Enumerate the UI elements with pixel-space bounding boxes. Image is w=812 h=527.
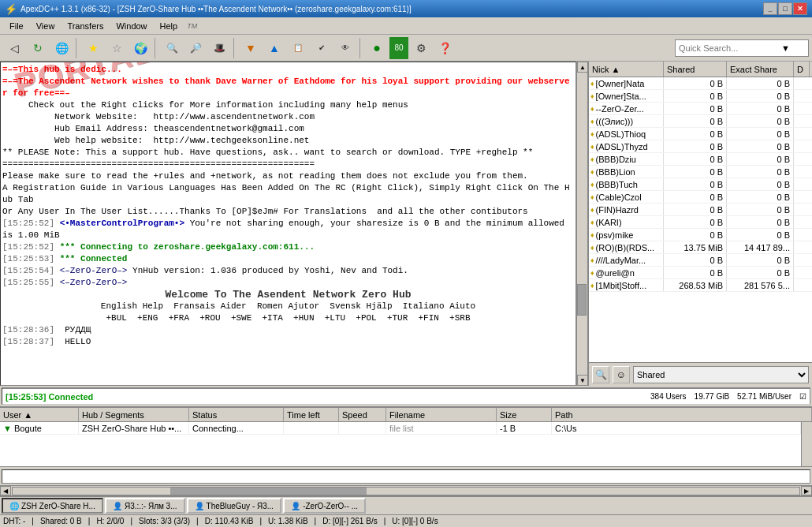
menu-transfers[interactable]: Transfers: [61, 20, 110, 32]
user-nick: (BBB)Dziu: [596, 153, 636, 165]
col-exact[interactable]: Exact Share: [727, 62, 794, 77]
user-exact-cell: 0 B: [727, 77, 794, 89]
vscroll-thumb[interactable]: [577, 284, 587, 316]
smiley-icon[interactable]: ☺: [613, 366, 630, 383]
taskbar-item-blueguy[interactable]: 👤 TheBlueGuy - Я3...: [187, 498, 282, 514]
user-shared-cell: 0 B: [664, 90, 727, 102]
toolbar-counter[interactable]: 80: [389, 37, 408, 59]
vscroll-track[interactable]: [577, 73, 587, 375]
toolbar-search2[interactable]: 🔎: [184, 37, 207, 59]
dl-scroll-wrapper: ▼ Bogute ZSH ZerO-Share Hub ••... Connec…: [0, 422, 812, 466]
taskbar-item-zero[interactable]: 👤 -ZerO-ZerO-- ...: [283, 498, 366, 514]
user-nick: (((Элис))): [596, 115, 634, 127]
user-row[interactable]: ♦ [1Mbit]Stoff... 268.53 MiB 281 576 5..…: [589, 279, 812, 292]
user-row[interactable]: ♦ (RO)(B)(RDS... 13.75 MiB 14 417 89...: [589, 241, 812, 254]
dl-vscrollbar[interactable]: [801, 422, 812, 466]
dl-content[interactable]: ▼ Bogute ZSH ZerO-Share Hub ••... Connec…: [0, 422, 801, 466]
search-dropdown-icon[interactable]: ▼: [781, 43, 790, 53]
user-exact-cell: 0 B: [727, 229, 794, 241]
user-row[interactable]: ♦ [Owner]Nata 0 B 0 B: [589, 77, 812, 90]
dl-col-filename[interactable]: Filename: [386, 408, 497, 421]
menu-window[interactable]: Window: [110, 20, 153, 32]
col-shared[interactable]: Shared: [664, 62, 727, 77]
dl-col-time[interactable]: Time left: [284, 408, 339, 421]
hscroll-left[interactable]: ◀: [0, 486, 11, 495]
shared-dropdown[interactable]: Shared All None: [633, 366, 809, 383]
user-list-bottom-controls: 🔍 ☺ Shared All None: [589, 362, 812, 386]
close-button[interactable]: ✕: [793, 2, 807, 15]
maximize-button[interactable]: □: [778, 2, 792, 15]
vscroll-down[interactable]: ▼: [577, 375, 587, 386]
dl-col-user[interactable]: User ▲: [0, 408, 79, 421]
status-checkbox[interactable]: ☑: [799, 392, 806, 401]
menu-help[interactable]: Help: [154, 20, 184, 32]
col-nick[interactable]: Nick ▲: [589, 62, 664, 77]
user-row[interactable]: ♦ (ADSL)Thioq 0 B 0 B: [589, 128, 812, 140]
user-row[interactable]: ♦ --ZerO-Zer... 0 B 0 B: [589, 103, 812, 115]
taskbar-item-hub[interactable]: 🌐 ZSH ZerO-Share H...: [2, 498, 103, 514]
toolbar-back[interactable]: ◁: [3, 37, 25, 59]
menu-view[interactable]: View: [30, 20, 61, 32]
user-icon: ♦: [590, 216, 594, 228]
chat-line: Please make sure to read the +rules and …: [2, 170, 574, 182]
connection-status: [15:25:53] Connected: [6, 392, 93, 402]
user-row[interactable]: ♦ (Cable)Czol 0 B 0 B: [589, 191, 812, 204]
toolbar-finished[interactable]: ✔: [311, 37, 333, 59]
dl-col-status[interactable]: Status: [189, 408, 284, 421]
dl-col-size[interactable]: Size: [497, 408, 552, 421]
toolbar-sep2: [155, 38, 158, 58]
toolbar-settings[interactable]: ⚙: [410, 37, 432, 59]
toolbar-hub[interactable]: 🌐: [50, 37, 73, 59]
vscroll-up[interactable]: ▲: [577, 62, 587, 73]
toolbar-sep3: [233, 38, 237, 58]
taskbar-item-ya3[interactable]: 👤 Я3.:.:- Ялм 3...: [105, 498, 185, 514]
hscroll-track[interactable]: [12, 487, 800, 495]
toolbar-favorites[interactable]: ★: [82, 37, 104, 59]
col-d[interactable]: D: [794, 62, 810, 77]
user-row[interactable]: ♦ (FIN)Hazrd 0 B 0 B: [589, 204, 812, 216]
footer-slots: Slots: 3/3 (3/3): [139, 517, 190, 525]
footer-sep2: |: [88, 517, 91, 525]
user-row[interactable]: ♦ (((Элис))) 0 B 0 B: [589, 115, 812, 128]
user-row[interactable]: ♦ (ADSL)Thyzd 0 B 0 B: [589, 140, 812, 153]
dl-user: ▼ Bogute: [0, 422, 79, 434]
toolbar-globe[interactable]: 🌍: [129, 37, 151, 59]
user-icon: ♦: [590, 178, 594, 190]
toolbar-search[interactable]: 🔍: [161, 37, 183, 59]
chat-input[interactable]: [2, 469, 810, 484]
dl-col-path[interactable]: Path: [552, 408, 812, 421]
user-shared-cell: 0 B: [664, 115, 727, 127]
toolbar-fav2[interactable]: ☆: [106, 37, 128, 59]
toolbar-about[interactable]: ❓: [434, 37, 456, 59]
user-row[interactable]: ♦ (BBB)Tuch 0 B 0 B: [589, 178, 812, 191]
chat-area[interactable]: PORTAL =–=This hub is dedic...=–=The Asc…: [0, 62, 576, 386]
user-row[interactable]: ♦ ////LadyMar... 0 B 0 B: [589, 254, 812, 267]
user-row[interactable]: ♦ (psv)mike 0 B 0 B: [589, 229, 812, 241]
hscroll-right[interactable]: ▶: [801, 486, 812, 495]
menu-file[interactable]: File: [3, 20, 30, 32]
footer-shared: Shared: 0 B: [40, 517, 82, 525]
user-shared-cell: 0 B: [664, 229, 727, 241]
hscroll-thumb[interactable]: [170, 488, 367, 495]
user-list-body[interactable]: ♦ [Owner]Nata 0 B 0 B ♦ [Owner]Sta... 0 …: [589, 77, 812, 362]
minimize-button[interactable]: _: [763, 2, 777, 15]
toolbar-sep4: [359, 38, 363, 58]
download-row[interactable]: ▼ Bogute ZSH ZerO-Share Hub ••... Connec…: [0, 422, 801, 435]
toolbar-connect[interactable]: ●: [366, 37, 388, 59]
user-row[interactable]: ♦ [Owner]Sta... 0 B 0 B: [589, 90, 812, 103]
search-input[interactable]: [679, 43, 781, 53]
toolbar-queue[interactable]: 📋: [287, 37, 309, 59]
user-row[interactable]: ♦ (BBB)Lion 0 B 0 B: [589, 166, 812, 178]
toolbar-spy[interactable]: 👁: [334, 37, 356, 59]
user-row[interactable]: ♦ (KARI) 0 B 0 B: [589, 216, 812, 229]
user-row[interactable]: ♦ @ureli@n 0 B 0 B: [589, 267, 812, 279]
toolbar-dl[interactable]: ▼: [240, 37, 262, 59]
toolbar-hat[interactable]: 🎩: [208, 37, 230, 59]
user-nick: [Owner]Sta...: [596, 90, 646, 102]
user-row[interactable]: ♦ (BBB)Dziu 0 B 0 B: [589, 153, 812, 166]
toolbar-refresh[interactable]: ↻: [27, 37, 49, 59]
dl-col-speed[interactable]: Speed: [339, 408, 386, 421]
filter-icon[interactable]: 🔍: [592, 366, 609, 383]
dl-col-hub[interactable]: Hub / Segments: [79, 408, 189, 421]
toolbar-ul[interactable]: ▲: [263, 37, 285, 59]
